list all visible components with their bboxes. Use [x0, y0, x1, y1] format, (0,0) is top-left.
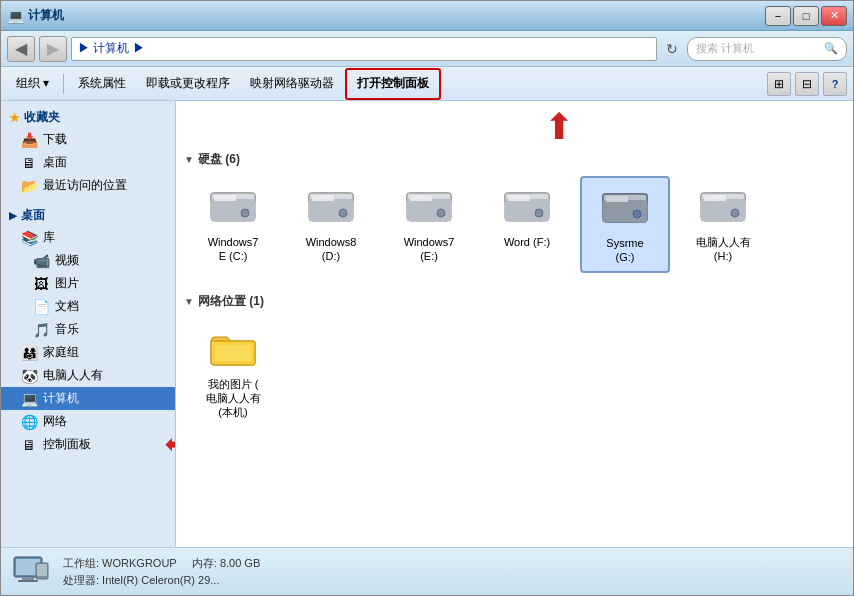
- minimize-button[interactable]: −: [765, 6, 791, 26]
- network-share-item[interactable]: 我的图片 (电脑人人有(本机): [188, 318, 278, 427]
- computer-icon: 💻: [21, 391, 37, 407]
- memory-label: 内存: 8.00 GB: [192, 557, 260, 569]
- homegroup-icon: 👨‍👩‍👧: [21, 345, 37, 361]
- svg-point-28: [731, 209, 739, 217]
- status-bar: 工作组: WORKGROUP 内存: 8.00 GB 处理器: Intel(R)…: [1, 547, 853, 595]
- left-arrow-annotation: ⬅: [165, 432, 176, 458]
- pictures-icon: 🖼: [33, 276, 49, 292]
- sidebar-item-downloads[interactable]: 📥 下载: [1, 128, 175, 151]
- documents-label: 文档: [55, 298, 79, 315]
- title-bar-left: 💻 计算机: [7, 7, 64, 24]
- open-control-panel-highlight: 打开控制面板: [345, 68, 441, 100]
- open-control-panel-button[interactable]: 打开控制面板: [348, 71, 438, 97]
- sidebar-item-documents[interactable]: 📄 文档: [1, 295, 175, 318]
- drive-f-icon: [499, 183, 555, 231]
- refresh-button[interactable]: ↻: [661, 38, 683, 60]
- desktop-fav-label: 桌面: [43, 154, 67, 171]
- workgroup-info: 工作组: WORKGROUP 内存: 8.00 GB: [63, 555, 260, 572]
- up-arrow-annotation: ⬆: [544, 109, 574, 145]
- video-label: 视频: [55, 252, 79, 269]
- address-path-bar[interactable]: ▶ 计算机 ▶: [71, 37, 657, 61]
- window-icon: 💻: [7, 8, 24, 24]
- drive-e-label: Windows7(E:): [404, 235, 455, 264]
- refresh-icon: ↻: [666, 41, 678, 57]
- view-toggle-button[interactable]: ⊞: [767, 72, 791, 96]
- sidebar-desktop-label: 桌面: [21, 207, 45, 224]
- svg-point-13: [437, 209, 445, 217]
- file-area: ⬆ ▼ 硬盘 (6): [176, 101, 853, 547]
- svg-rect-2: [211, 199, 255, 221]
- svg-rect-27: [701, 199, 745, 221]
- network-label: 网络位置 (1): [198, 293, 264, 310]
- status-info: 工作组: WORKGROUP 内存: 8.00 GB 处理器: Intel(R)…: [63, 555, 260, 588]
- homegroup-label: 家庭组: [43, 344, 79, 361]
- network-grid: 我的图片 (电脑人人有(本机): [184, 318, 845, 439]
- map-drive-button[interactable]: 映射网络驱动器: [241, 71, 343, 97]
- drive-g[interactable]: Sysrme(G:): [580, 176, 670, 273]
- download-icon: 📥: [21, 132, 37, 148]
- desktop-fav-icon: 🖥: [21, 155, 37, 171]
- drives-section-title: ▼ 硬盘 (6): [184, 147, 845, 176]
- drive-c[interactable]: Windows7E (C:): [188, 176, 278, 273]
- up-arrow-container: ⬆: [544, 109, 845, 145]
- main-window: 💻 计算机 − □ ✕ ◀ ▶ ▶ 计算机 ▶ ↻ 搜索 计算机 🔍 组织 ▾: [0, 0, 854, 596]
- main-content: ★ 收藏夹 📥 下载 🖥 桌面 📂 最近访问的位置 ▶ 桌面: [1, 101, 853, 547]
- sidebar-item-network[interactable]: 🌐 网络: [1, 410, 175, 433]
- view-toggle-button-2[interactable]: ⊟: [795, 72, 819, 96]
- sidebar-item-pc-users[interactable]: 🐼 电脑人人有: [1, 364, 175, 387]
- uninstall-button[interactable]: 即载或更改程序: [137, 71, 239, 97]
- drive-e[interactable]: Windows7(E:): [384, 176, 474, 273]
- organize-button[interactable]: 组织 ▾: [7, 71, 58, 97]
- toolbar-right: ⊞ ⊟ ?: [767, 72, 847, 96]
- svg-point-3: [241, 209, 249, 217]
- pc-users-icon: 🐼: [21, 368, 37, 384]
- sidebar-item-homegroup[interactable]: 👨‍👩‍👧 家庭组: [1, 341, 175, 364]
- drive-g-icon: [597, 184, 653, 232]
- system-properties-button[interactable]: 系统属性: [69, 71, 135, 97]
- sidebar-item-video[interactable]: 📹 视频: [1, 249, 175, 272]
- toolbar-sep-1: [63, 74, 64, 94]
- sidebar-item-desktop-fav[interactable]: 🖥 桌面: [1, 151, 175, 174]
- svg-rect-12: [407, 199, 451, 221]
- drive-d-label: Windows8(D:): [306, 235, 357, 264]
- network-share-label: 我的图片 (电脑人人有(本机): [206, 377, 261, 420]
- svg-rect-24: [606, 196, 628, 202]
- svg-rect-34: [18, 580, 38, 582]
- music-label: 音乐: [55, 321, 79, 338]
- forward-button[interactable]: ▶: [39, 36, 67, 62]
- svg-rect-14: [410, 195, 432, 201]
- recent-icon: 📂: [21, 178, 37, 194]
- sidebar-item-library[interactable]: 📚 库: [1, 226, 175, 249]
- sidebar-item-recent[interactable]: 📂 最近访问的位置: [1, 174, 175, 197]
- drive-e-icon: [401, 183, 457, 231]
- network-expand-icon: ▼: [184, 296, 194, 307]
- music-icon: 🎵: [33, 322, 49, 338]
- back-button[interactable]: ◀: [7, 36, 35, 62]
- processor-label: 处理器: Intel(R) Celeron(R) 29...: [63, 574, 219, 586]
- sidebar-item-control-panel[interactable]: 🖥 控制面板 ⬅: [1, 433, 175, 456]
- drives-label: 硬盘 (6): [198, 151, 240, 168]
- sidebar-favorites-header: ★ 收藏夹: [1, 105, 175, 128]
- svg-rect-19: [508, 195, 530, 201]
- documents-icon: 📄: [33, 299, 49, 315]
- pc-users-label: 电脑人人有: [43, 367, 103, 384]
- help-button[interactable]: ?: [823, 72, 847, 96]
- drive-f[interactable]: Word (F:): [482, 176, 572, 273]
- search-placeholder: 搜索 计算机: [696, 41, 754, 56]
- sidebar-item-pictures[interactable]: 🖼 图片: [1, 272, 175, 295]
- title-bar: 💻 计算机 − □ ✕: [1, 1, 853, 31]
- video-icon: 📹: [33, 253, 49, 269]
- search-box[interactable]: 搜索 计算机 🔍: [687, 37, 847, 61]
- sidebar-item-music[interactable]: 🎵 音乐: [1, 318, 175, 341]
- svg-point-18: [535, 209, 543, 217]
- drive-d-icon: [303, 183, 359, 231]
- breadcrumb: ▶ 计算机 ▶: [78, 40, 145, 57]
- sidebar-item-computer[interactable]: 💻 计算机: [1, 387, 175, 410]
- drive-d[interactable]: Windows8(D:): [286, 176, 376, 273]
- maximize-button[interactable]: □: [793, 6, 819, 26]
- close-button[interactable]: ✕: [821, 6, 847, 26]
- drive-h[interactable]: 电脑人人有(H:): [678, 176, 768, 273]
- svg-rect-33: [22, 577, 34, 580]
- drives-expand-icon: ▼: [184, 154, 194, 165]
- svg-rect-30: [215, 345, 251, 361]
